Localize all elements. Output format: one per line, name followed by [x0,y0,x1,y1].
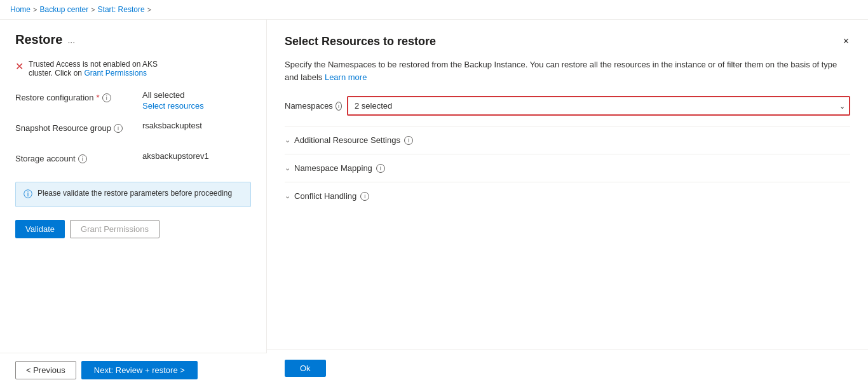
namespaces-info-icon[interactable]: i [336,102,342,111]
breadcrumb-backup-center[interactable]: Backup center [39,5,88,14]
accordion-conflict-handling-info-icon[interactable]: i [360,192,369,201]
namespaces-select-wrapper: 2 selected ⌄ [347,96,850,116]
error-circle-icon: ✕ [15,60,24,72]
form-section: Restore configuration * i All selected S… [15,90,251,172]
accordion-chevron-conflict: ⌄ [285,192,290,200]
info-box-icon: ⓘ [24,189,32,200]
breadcrumb-sep-3: > [147,6,151,13]
validate-button[interactable]: Validate [15,220,65,238]
breadcrumb-sep-1: > [33,6,37,13]
snapshot-rg-label: Snapshot Resource group i [15,121,142,133]
breadcrumb-sep-2: > [91,6,95,13]
ok-button[interactable]: Ok [285,360,326,377]
form-row-snapshot-rg: Snapshot Resource group i rsaksbackuptes… [15,121,251,141]
modal-footer: Ok [267,349,868,387]
breadcrumb-start-restore[interactable]: Start: Restore [98,5,145,14]
accordion-additional-resource: ⌄ Additional Resource Settings i [285,126,850,154]
error-text: Trusted Access is not enabled on AKSclus… [29,60,158,78]
info-box: ⓘ Please validate the restore parameters… [15,182,251,207]
modal-description-text: Specify the Namespaces to be restored fr… [285,60,837,82]
form-row-restore-config: Restore configuration * i All selected S… [15,90,251,111]
accordion-namespace-mapping-header[interactable]: ⌄ Namespace Mapping i [285,161,850,175]
storage-account-value: aksbackupstorev1 [142,151,251,161]
page-title-ellipsis: ... [67,35,75,45]
bottom-nav: < Previous Next: Review + restore > [0,353,267,387]
storage-account-label: Storage account i [15,151,142,163]
learn-more-link[interactable]: Learn more [325,72,367,82]
accordion-additional-resource-label: Additional Resource Settings [294,135,400,145]
modal-title: Select Resources to restore [285,35,436,48]
accordion-chevron-namespace: ⌄ [285,164,290,172]
page-title: Restore ... [15,32,251,47]
storage-account-value-text: aksbackupstorev1 [142,151,209,161]
accordion-additional-resource-info-icon[interactable]: i [404,136,413,145]
restore-config-value-main: All selected [142,90,184,100]
modal-close-button[interactable]: × [842,35,850,48]
left-panel: Restore ... ✕ Trusted Access is not enab… [0,20,267,387]
snapshot-rg-info-icon[interactable]: i [114,124,123,133]
error-banner: ✕ Trusted Access is not enabled on AKScl… [15,60,251,78]
restore-config-value: All selected Select resources [142,90,251,111]
snapshot-rg-value-text: rsaksbackuptest [142,121,202,130]
namespaces-label: Namespaces i [285,101,342,111]
accordion-container: ⌄ Additional Resource Settings i ⌄ Names… [285,126,850,210]
action-buttons: Validate Grant Permissions [15,220,251,238]
namespaces-select[interactable]: 2 selected [347,96,850,116]
form-row-storage-account: Storage account i aksbackupstorev1 [15,151,251,172]
snapshot-rg-value: rsaksbackuptest [142,121,251,130]
breadcrumb: Home > Backup center > Start: Restore > [0,0,868,20]
restore-config-label: Restore configuration * i [15,90,142,102]
accordion-additional-resource-header[interactable]: ⌄ Additional Resource Settings i [285,133,850,147]
accordion-namespace-mapping-info-icon[interactable]: i [376,164,385,173]
page-title-text: Restore [15,32,62,47]
namespaces-field-row: Namespaces i 2 selected ⌄ [285,96,850,116]
select-resources-link[interactable]: Select resources [142,101,251,111]
previous-button[interactable]: < Previous [15,361,76,379]
accordion-conflict-handling-label: Conflict Handling [294,191,356,201]
restore-config-info-icon[interactable]: i [102,93,111,102]
modal-panel: Select Resources to restore × Specify th… [267,20,868,387]
accordion-conflict-handling: ⌄ Conflict Handling i [285,182,850,210]
next-button[interactable]: Next: Review + restore > [81,361,198,379]
breadcrumb-home[interactable]: Home [10,5,31,14]
accordion-namespace-mapping: ⌄ Namespace Mapping i [285,154,850,182]
info-box-text: Please validate the restore parameters b… [37,189,232,198]
grant-permissions-link[interactable]: Grant Permissions [84,69,147,78]
grant-permissions-button[interactable]: Grant Permissions [70,220,159,238]
accordion-namespace-mapping-label: Namespace Mapping [294,163,372,173]
accordion-conflict-handling-header[interactable]: ⌄ Conflict Handling i [285,189,850,203]
main-layout: Restore ... ✕ Trusted Access is not enab… [0,20,868,387]
accordion-chevron-additional: ⌄ [285,136,290,144]
required-indicator: * [97,93,100,102]
modal-description: Specify the Namespaces to be restored fr… [285,58,850,83]
storage-account-info-icon[interactable]: i [78,154,87,163]
modal-header: Select Resources to restore × [285,35,850,48]
